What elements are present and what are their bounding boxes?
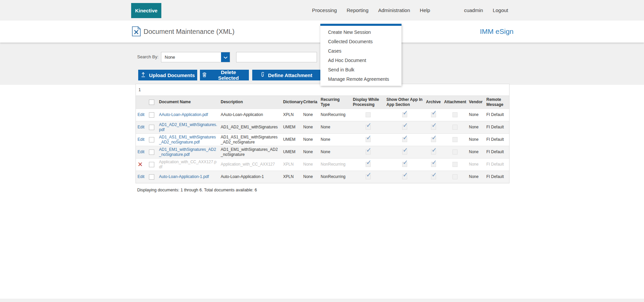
- document-name-cell: AD1_AD2_EM1_withSignatures.pdf: [157, 121, 219, 133]
- unchecked-indicator: [452, 174, 458, 179]
- check-icon: ✓: [403, 134, 408, 141]
- show-other-app-cell: ✓: [385, 109, 424, 121]
- table-row: EditAD1_EM1_withSignatures_AD2_noSignatu…: [136, 146, 509, 158]
- document-name-link[interactable]: Auto-Loan-Application-1.pdf: [159, 174, 209, 179]
- row-checkbox[interactable]: [149, 112, 154, 118]
- select-dropdown-button[interactable]: [221, 52, 230, 62]
- define-attachment-button[interactable]: Define Attachment: [252, 70, 320, 80]
- criteria-cell: None: [302, 158, 319, 171]
- column-header-select: [147, 96, 157, 109]
- nav-item-administration[interactable]: Administration: [378, 7, 410, 13]
- menu-item-cases[interactable]: Cases: [320, 46, 401, 56]
- column-header-vendor: Vendor: [467, 96, 485, 109]
- upload-documents-button[interactable]: Upload Documents: [138, 70, 197, 80]
- show-other-app-cell: ✓: [385, 158, 424, 171]
- edit-link[interactable]: Edit: [138, 174, 145, 179]
- row-checkbox[interactable]: [149, 174, 154, 180]
- documents-table-body: EditAAuto-Loan-Application.pdfAAuto-Loan…: [136, 109, 509, 183]
- menu-item-ad-hoc-document[interactable]: Ad Hoc Document: [320, 56, 401, 65]
- check-icon: ✓: [432, 159, 437, 166]
- column-header-dictionary: Dictionary: [281, 96, 302, 109]
- unchecked-indicator: [452, 125, 458, 130]
- vendor-cell: None: [467, 158, 485, 171]
- remote-message-cell: FI Default: [485, 121, 509, 133]
- row-checkbox[interactable]: [149, 125, 154, 130]
- edit-link[interactable]: Edit: [138, 149, 145, 154]
- display-while-processing-cell: ✓: [351, 158, 385, 171]
- search-input[interactable]: [236, 52, 317, 62]
- nav-item-cuadmin[interactable]: cuadmin: [464, 7, 483, 13]
- attachment-cell: [442, 133, 467, 146]
- menu-item-manage-remote-agreements[interactable]: Manage Remote Agreements: [320, 74, 401, 84]
- action-cell: Edit: [136, 133, 147, 146]
- pagination-page-number[interactable]: 1: [136, 84, 509, 96]
- checked-indicator: ✓: [366, 162, 371, 167]
- vendor-cell: None: [467, 121, 485, 133]
- check-icon: ✓: [403, 122, 408, 128]
- search-by-label: Search By:: [137, 54, 159, 59]
- recurring-type-cell: NonRecurring: [319, 109, 351, 121]
- remove-icon[interactable]: ✕: [138, 161, 143, 168]
- column-header-show-other-app-in-app-section: Show Other App In App Section: [385, 96, 424, 109]
- vendor-cell: None: [467, 109, 485, 121]
- document-name-link[interactable]: AD1_AS1_EM1_withSignatures_AD2_noSignatu…: [159, 135, 216, 144]
- vendor-cell: None: [467, 146, 485, 158]
- select-cell: [147, 121, 157, 133]
- menu-item-collected-documents[interactable]: Collected Documents: [320, 37, 401, 46]
- attachment-cell: [442, 146, 467, 158]
- description-cell: AD1_AD2_EM1_withSignatures: [219, 121, 281, 133]
- checked-indicator: ✓: [431, 162, 436, 167]
- checked-indicator: ✓: [402, 162, 407, 167]
- edit-link[interactable]: Edit: [138, 125, 145, 129]
- unchecked-indicator: [452, 112, 458, 117]
- column-header-display-while-processing: Display While Processing: [351, 96, 385, 109]
- menu-item-send-in-bulk[interactable]: Send in Bulk: [320, 65, 401, 74]
- document-name-link[interactable]: AD1_EM1_withSignatures_AD2_noSignature.p…: [159, 147, 216, 157]
- nav-item-processing[interactable]: Processing: [312, 7, 337, 13]
- nav-item-help[interactable]: Help: [420, 7, 430, 13]
- row-checkbox[interactable]: [149, 137, 154, 142]
- action-cell: Edit: [136, 121, 147, 133]
- action-cell: Edit: [136, 109, 147, 121]
- checked-indicator: ✓: [366, 174, 371, 179]
- row-checkbox[interactable]: [149, 149, 154, 155]
- document-name-link[interactable]: AAuto-Loan-Application.pdf: [159, 112, 208, 117]
- select-cell: [147, 171, 157, 183]
- vendor-cell: None: [467, 171, 485, 183]
- check-icon: ✓: [432, 110, 437, 116]
- nav-item-reporting[interactable]: Reporting: [346, 7, 368, 13]
- attachment-cell: [442, 158, 467, 171]
- chevron-down-icon: [223, 54, 228, 60]
- table-row: EditAD1_AS1_EM1_withSignatures_AD2_noSig…: [136, 133, 509, 146]
- document-name-link[interactable]: AD1_AD2_EM1_withSignatures.pdf: [159, 122, 217, 132]
- nav-item-logout[interactable]: Logout: [493, 7, 508, 13]
- criteria-cell: None: [302, 109, 319, 121]
- table-header-row: Document NameDescriptionDictionaryCriter…: [136, 96, 509, 109]
- checked-indicator: ✓: [366, 125, 371, 130]
- action-cell: Edit: [136, 171, 147, 183]
- unchecked-indicator: [452, 149, 458, 155]
- select-all-checkbox[interactable]: [149, 100, 154, 105]
- archive-cell: ✓: [424, 109, 442, 121]
- recurring-type-cell: NonRecurring: [319, 158, 351, 171]
- kinective-logo[interactable]: Kinective: [131, 3, 161, 18]
- documents-panel: 1 Document NameDescriptionDictionaryCrit…: [136, 84, 509, 183]
- recurring-type-cell: None: [319, 146, 351, 158]
- edit-link[interactable]: Edit: [138, 137, 145, 142]
- description-cell: AAuto-Loan-Application: [219, 109, 281, 121]
- search-by-select[interactable]: None: [161, 52, 230, 62]
- check-icon: ✓: [432, 147, 437, 153]
- unchecked-indicator: [452, 137, 458, 142]
- edit-link[interactable]: Edit: [138, 112, 145, 117]
- main-nav: ProcessingReportingAdministrationHelpcua…: [312, 0, 508, 20]
- define-attachment-label: Define Attachment: [268, 72, 312, 78]
- checked-indicator: ✓: [366, 137, 371, 142]
- row-checkbox[interactable]: [149, 162, 154, 167]
- menu-item-create-new-session[interactable]: Create New Session: [320, 27, 401, 37]
- checked-indicator: ✓: [431, 137, 436, 142]
- delete-selected-button[interactable]: Delete Selected: [200, 70, 249, 80]
- column-header-criteria: Criteria: [302, 96, 319, 109]
- documents-table: Document NameDescriptionDictionaryCriter…: [136, 96, 509, 183]
- upload-documents-label: Upload Documents: [149, 72, 195, 78]
- archive-cell: ✓: [424, 171, 442, 183]
